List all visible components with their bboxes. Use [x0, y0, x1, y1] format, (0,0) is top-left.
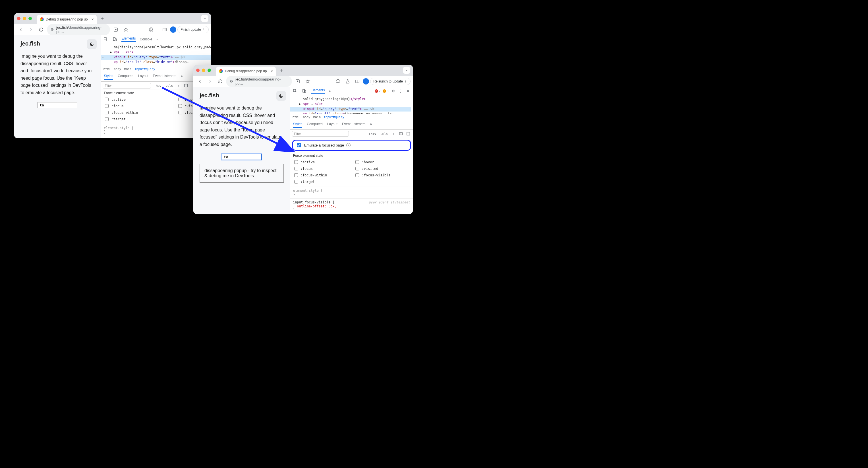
bookmark-icon[interactable] [122, 25, 130, 34]
inspect-icon[interactable] [292, 88, 298, 94]
close-tab-icon[interactable]: × [91, 17, 94, 22]
emulate-checkbox[interactable] [297, 143, 301, 147]
state-visited[interactable]: :visited [354, 166, 410, 171]
tab-console[interactable]: Console [140, 37, 152, 41]
maximize-window-icon[interactable] [208, 68, 211, 72]
inspect-icon[interactable] [103, 37, 108, 42]
side-panel-icon[interactable] [160, 25, 169, 34]
subtab-styles[interactable]: Styles [104, 74, 113, 80]
tab-elements[interactable]: Elements [121, 36, 135, 42]
subtab-events[interactable]: Event Listeners [342, 122, 366, 128]
emulate-focused-page[interactable]: Emulate a focused page ? [292, 140, 411, 151]
profile-avatar[interactable] [363, 78, 369, 85]
subtab-computed[interactable]: Computed [118, 74, 133, 80]
subtab-overflow-icon[interactable]: » [370, 122, 372, 128]
extensions-icon[interactable] [334, 77, 342, 86]
new-tab-button[interactable]: + [279, 67, 284, 73]
subtab-computed[interactable]: Computed [307, 122, 322, 128]
crumb-html[interactable]: html [292, 115, 300, 119]
warning-badge[interactable]: !3 [383, 89, 389, 93]
state-target[interactable]: :target [104, 116, 171, 122]
state-hover[interactable]: :hover [354, 159, 410, 165]
state-active[interactable]: :active [293, 159, 349, 165]
subtab-layout[interactable]: Layout [138, 74, 148, 80]
query-input[interactable] [37, 102, 78, 108]
new-rule-icon[interactable]: ＋ [391, 131, 396, 137]
reload-button[interactable] [216, 77, 225, 86]
minimize-window-icon[interactable] [202, 68, 205, 72]
tab-overflow-icon[interactable]: » [329, 89, 331, 93]
breadcrumb[interactable]: html body main input#query [290, 114, 413, 120]
state-target[interactable]: :target [293, 179, 349, 184]
update-chip[interactable]: Relaunch to update⋮ [370, 78, 410, 85]
close-tab-icon[interactable]: × [270, 69, 273, 74]
state-focus-visible[interactable]: :focus-visible [354, 172, 410, 178]
filter-input[interactable] [103, 83, 151, 88]
browser-tab[interactable]: Debug disappearing pop up × [216, 66, 276, 76]
install-app-icon[interactable] [293, 77, 302, 86]
crumb-body[interactable]: body [303, 115, 310, 119]
help-icon[interactable]: ? [346, 143, 350, 147]
ua-style-block[interactable]: user agent stylesheetinput:focus-visible… [290, 198, 413, 214]
filter-input[interactable] [292, 131, 349, 137]
theme-toggle[interactable] [276, 91, 286, 101]
minimize-window-icon[interactable] [23, 17, 26, 20]
state-focus-within[interactable]: :focus-within [104, 110, 171, 115]
hov-toggle[interactable]: :hov [153, 83, 163, 88]
cls-toggle[interactable]: .cls [379, 131, 389, 136]
tab-overflow-button[interactable] [201, 15, 208, 22]
address-bar[interactable]: ⚙ jec.fish/demo/disappearing-po… [226, 76, 292, 87]
dom-tree[interactable]: solid gray;padding:10px}</style> ▶ <p> …… [290, 95, 413, 114]
back-button[interactable] [196, 77, 204, 86]
device-icon[interactable] [302, 88, 307, 94]
more-icon[interactable]: ⋮ [398, 88, 403, 94]
close-window-icon[interactable] [196, 68, 199, 72]
forward-button[interactable] [206, 77, 214, 86]
error-badge[interactable]: ✕2 [375, 89, 380, 93]
hov-toggle[interactable]: :hov [368, 131, 378, 136]
install-app-icon[interactable] [112, 25, 120, 34]
close-devtools-icon[interactable]: ✕ [405, 88, 410, 94]
computed-toggle-icon[interactable] [183, 83, 189, 88]
state-active[interactable]: :active [104, 97, 171, 102]
browser-tab[interactable]: Debug disappearing pop up × [37, 15, 97, 24]
tab-overflow-icon[interactable]: » [156, 37, 158, 41]
subtab-events[interactable]: Event Listeners [153, 74, 177, 80]
close-window-icon[interactable] [17, 17, 21, 20]
subtab-styles[interactable]: Styles [293, 122, 303, 128]
side-panel-icon[interactable] [353, 77, 362, 86]
crumb-html[interactable]: html [103, 67, 111, 71]
cls-toggle[interactable]: .cls [164, 83, 174, 88]
dom-tree[interactable]: me{display:none}#result{border:1px solid… [101, 43, 211, 66]
maximize-window-icon[interactable] [28, 17, 32, 20]
crumb-input[interactable]: input#query [323, 115, 344, 119]
state-focus-within[interactable]: :focus-within [293, 172, 349, 178]
crumb-main[interactable]: main [124, 67, 132, 71]
site-settings-icon[interactable]: ⚙ [230, 79, 233, 83]
query-input[interactable] [222, 154, 261, 160]
device-icon[interactable] [112, 37, 117, 42]
element-style-block[interactable]: element.style {} [290, 187, 413, 198]
new-rule-icon[interactable]: ＋ [176, 83, 181, 88]
forward-button[interactable] [27, 25, 35, 34]
profile-avatar[interactable] [170, 26, 176, 33]
subtab-layout[interactable]: Layout [327, 122, 338, 128]
site-settings-icon[interactable]: ⚙ [51, 27, 54, 32]
reload-button[interactable] [37, 25, 45, 34]
theme-toggle[interactable] [87, 39, 97, 49]
new-tab-button[interactable]: + [99, 16, 105, 21]
update-chip[interactable]: Finish update⋮ [178, 26, 209, 33]
crumb-body[interactable]: body [114, 67, 121, 71]
toggle-icon[interactable] [398, 131, 404, 137]
state-focus[interactable]: :focus [104, 103, 171, 109]
computed-toggle-icon[interactable] [405, 131, 411, 137]
subtab-overflow-icon[interactable]: » [181, 74, 183, 80]
address-bar[interactable]: ⚙ jec.fish/demo/disappearing-po… [47, 24, 110, 35]
experiments-icon[interactable] [343, 77, 352, 86]
bookmark-icon[interactable] [304, 77, 312, 86]
crumb-input[interactable]: input#query [134, 67, 155, 71]
tab-elements[interactable]: Elements [311, 88, 325, 94]
state-focus[interactable]: :focus [293, 166, 349, 171]
crumb-main[interactable]: main [313, 115, 321, 119]
extensions-icon[interactable] [147, 25, 156, 34]
